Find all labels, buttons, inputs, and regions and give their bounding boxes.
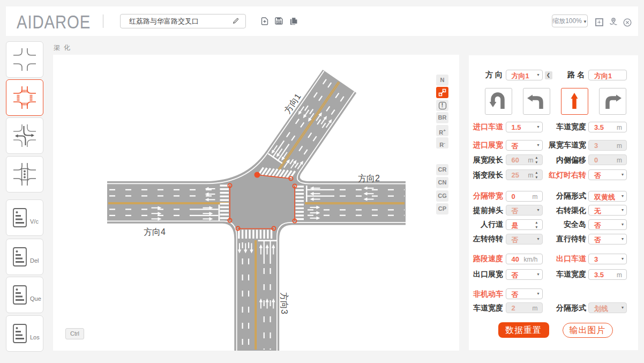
svg-text:方向2: 方向2 <box>358 174 380 183</box>
svg-text:方向3: 方向3 <box>280 292 289 314</box>
svg-text:方向4: 方向4 <box>144 227 166 236</box>
